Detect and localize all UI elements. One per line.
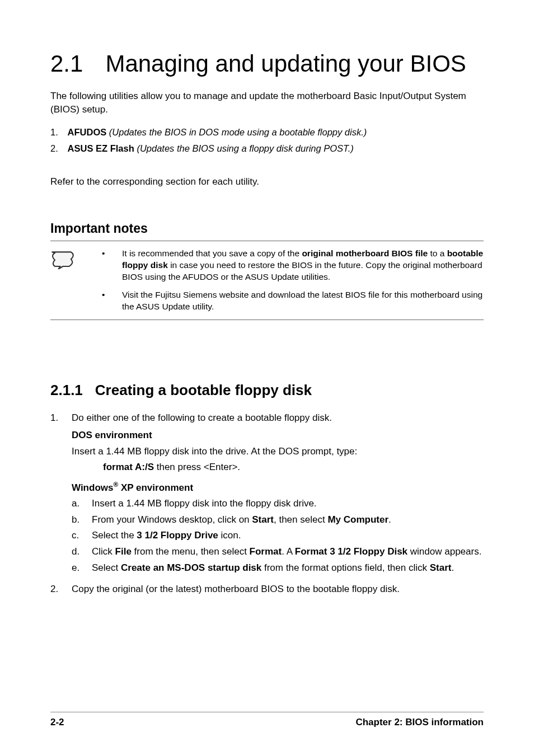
win-heading: Windows® XP environment [72,480,484,495]
utilities-list: 1. AFUDOS (Updates the BIOS in DOS mode … [50,125,484,156]
list-item: b. From your Windows desktop, click on S… [72,513,484,527]
substep-letter: a. [72,497,84,511]
step-number: 1. [50,411,63,577]
step-text: Do either one of the following to create… [72,411,484,425]
list-item: e. Select Create an MS-DOS startup disk … [72,561,484,575]
notes-block: • It is recommended that you save a copy… [50,241,484,321]
list-item: d. Click File from the menu, then select… [72,545,484,559]
command-after: then press <Enter>. [154,462,240,472]
note-item: • Visit the Fujitsu Siemens website and … [102,289,484,313]
util-name: ASUS EZ Flash [68,143,134,153]
subsection-heading: 2.1.1Creating a bootable floppy disk [50,382,484,399]
dos-text: Insert a 1.44 MB floppy disk into the dr… [72,445,484,459]
substep-text: Select Create an MS-DOS startup disk fro… [92,561,484,575]
util-number: 2. [50,142,65,156]
substep-letter: c. [72,529,84,543]
page-number: 2-2 [50,717,64,728]
section-title: 2.1 Managing and updating your BIOS [50,50,484,77]
list-item: 1. Do either one of the following to cre… [50,411,484,577]
util-name: AFUDOS [68,127,107,137]
note-text: It is recommended that you save a copy o… [122,248,484,283]
step-text: Copy the original (or the latest) mother… [72,583,484,597]
notes-content: • It is recommended that you save a copy… [102,248,484,313]
notes-heading: Important notes [50,221,484,236]
dos-heading: DOS environment [72,429,484,443]
subsection-text: Creating a bootable floppy disk [95,382,312,398]
intro-paragraph: The following utilities allow you to man… [50,90,484,116]
util-desc: (Updates the BIOS using a floppy disk du… [137,143,353,153]
title-text: Managing and updating your BIOS [105,50,466,77]
list-item: 2. ASUS EZ Flash (Updates the BIOS using… [50,142,484,156]
page-footer: 2-2 Chapter 2: BIOS information [50,712,484,728]
note-text: Visit the Fujitsu Siemens website and do… [122,289,484,313]
substeps-list: a. Insert a 1.44 MB floppy disk into the… [72,497,484,575]
substep-letter: e. [72,561,84,575]
chapter-label: Chapter 2: BIOS information [355,717,484,728]
util-desc: (Updates the BIOS in DOS mode using a bo… [109,127,367,137]
bullet-icon: • [102,248,109,283]
list-item: 2. Copy the original (or the latest) mot… [50,583,484,597]
note-icon [50,248,77,313]
util-number: 1. [50,125,65,140]
list-item: a. Insert a 1.44 MB floppy disk into the… [72,497,484,511]
command: format A:/S [103,462,154,472]
list-item: c. Select the 3 1/2 Floppy Drive icon. [72,529,484,543]
substep-text: Insert a 1.44 MB floppy disk into the fl… [92,497,484,511]
substep-text: Click File from the menu, then select Fo… [92,545,484,559]
substep-text: Select the 3 1/2 Floppy Drive icon. [92,529,484,543]
list-item: 1. AFUDOS (Updates the BIOS in DOS mode … [50,125,484,140]
steps-list: 1. Do either one of the following to cre… [50,411,484,597]
step-body: Do either one of the following to create… [72,411,484,577]
note-item: • It is recommended that you save a copy… [102,248,484,283]
substep-letter: b. [72,513,84,527]
substep-letter: d. [72,545,84,559]
command-line: format A:/S then press <Enter>. [103,461,484,475]
bullet-icon: • [102,289,109,313]
refer-text: Refer to the corresponding section for e… [50,176,484,187]
substep-text: From your Windows desktop, click on Star… [92,513,484,527]
title-number: 2.1 [50,50,83,77]
subsection-number: 2.1.1 [50,382,83,399]
step-number: 2. [50,583,63,597]
